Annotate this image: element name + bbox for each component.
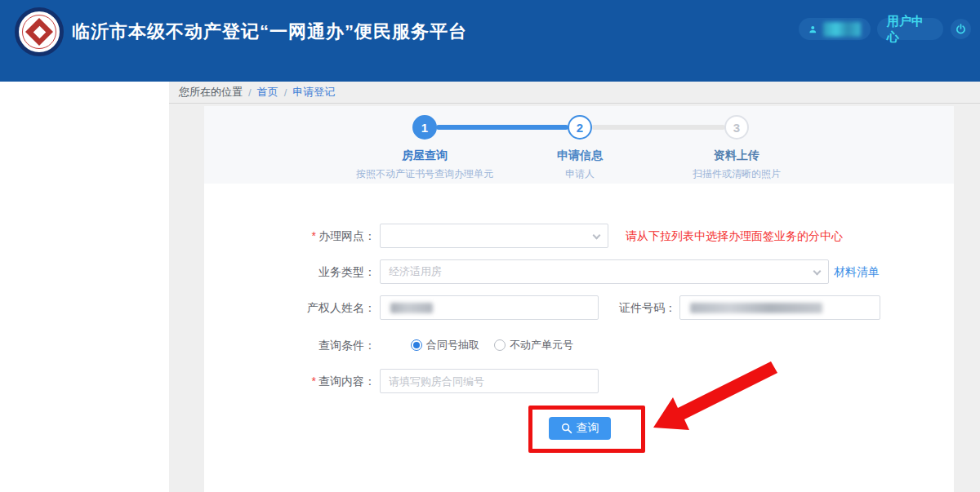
form-row-business-type: 业务类型： 经济适用房 材料清单: [204, 259, 954, 284]
query-content-input[interactable]: [380, 369, 599, 393]
owner-name-label: 产权人姓名：: [204, 295, 376, 320]
owner-name-redacted: [390, 303, 433, 313]
query-condition-radio-group: 合同号抽取 不动产单元号: [411, 333, 573, 357]
step-3-circle: 3: [724, 115, 749, 140]
app-logo: [15, 7, 64, 56]
form-row-owner-id: 产权人姓名： 证件号码：: [204, 295, 954, 320]
id-number-label: 证件号码：: [505, 295, 676, 320]
breadcrumb-current-link[interactable]: 申请登记: [292, 85, 335, 100]
user-icon: [808, 24, 817, 35]
branch-label: *办理网点：: [204, 224, 376, 248]
business-type-label: 业务类型：: [204, 259, 376, 284]
page: 临沂市本级不动产登记“一网通办”便民服务平台 用户中心 您所在的位置 / 首页 …: [0, 0, 980, 492]
step-1-title: 房屋查询: [335, 148, 514, 163]
breadcrumb-separator: /: [248, 86, 252, 99]
step-2-circle: 2: [568, 115, 592, 140]
radio-contract-number[interactable]: 合同号抽取: [411, 338, 479, 352]
business-type-value: 经济适用房: [389, 260, 442, 283]
radio-unit-number[interactable]: 不动产单元号: [494, 338, 573, 352]
breadcrumb-prefix: 您所在的位置: [179, 85, 243, 100]
user-name-redacted: [823, 22, 862, 37]
step-2-subtitle: 申请人: [490, 167, 670, 181]
required-asterisk: *: [312, 229, 316, 242]
radio-selected-icon: [411, 339, 422, 351]
step-3-title: 资料上传: [647, 148, 826, 163]
breadcrumb: 您所在的位置 / 首页 / 申请登记: [169, 82, 980, 104]
query-content-label: *查询内容：: [204, 369, 376, 393]
main-panel: 1 房屋查询 按照不动产证书号查询办理单元 2 申请信息 申请人 3 资料上传 …: [204, 106, 954, 492]
radio-unit-label: 不动产单元号: [510, 338, 573, 352]
breadcrumb-separator: /: [284, 86, 287, 99]
material-list-link[interactable]: 材料清单: [834, 259, 880, 284]
search-icon: [561, 423, 572, 434]
id-number-redacted: [690, 303, 822, 313]
step-1-circle: 1: [412, 115, 437, 140]
step-application-info: 2 申请信息 申请人: [490, 115, 670, 181]
form-row-branch: *办理网点： 请从下拉列表中选择办理面签业务的分中心: [204, 224, 954, 248]
logout-button[interactable]: [951, 19, 971, 39]
step-1-subtitle: 按照不动产证书号查询办理单元: [335, 167, 514, 181]
id-number-input[interactable]: [679, 295, 880, 320]
step-2-title: 申请信息: [490, 148, 670, 163]
radio-contract-label: 合同号抽取: [426, 338, 479, 352]
query-condition-label: 查询条件：: [204, 333, 376, 357]
form-row-query-content: *查询内容：: [204, 369, 954, 393]
chevron-down-icon: [813, 268, 822, 276]
app-header: 临沂市本级不动产登记“一网通办”便民服务平台 用户中心: [0, 0, 980, 82]
breadcrumb-home-link[interactable]: 首页: [257, 85, 278, 100]
user-center-button[interactable]: 用户中心: [877, 18, 943, 40]
branch-select[interactable]: [380, 224, 608, 248]
chevron-down-icon: [593, 232, 601, 240]
business-type-select[interactable]: 经济适用房: [380, 259, 829, 284]
wizard-stepper: 1 房屋查询 按照不动产证书号查询办理单元 2 申请信息 申请人 3 资料上传 …: [204, 106, 954, 184]
query-button-label: 查询: [577, 421, 599, 436]
radio-unselected-icon: [494, 339, 506, 351]
user-center-label: 用户中心: [887, 14, 933, 45]
step-house-query: 1 房屋查询 按照不动产证书号查询办理单元: [335, 115, 514, 181]
branch-hint-text: 请从下拉列表中选择办理面签业务的分中心: [626, 224, 843, 248]
step-upload: 3 资料上传 扫描件或清晰的照片: [647, 115, 826, 181]
page-title: 临沂市本级不动产登记“一网通办”便民服务平台: [72, 20, 467, 44]
query-button[interactable]: 查询: [549, 417, 611, 440]
logged-in-user-button[interactable]: [799, 18, 871, 40]
required-asterisk: *: [312, 375, 316, 388]
form-row-query-condition: 查询条件： 合同号抽取 不动产单元号: [204, 333, 954, 357]
step-3-subtitle: 扫描件或清晰的照片: [647, 167, 826, 181]
power-icon: [956, 24, 966, 34]
